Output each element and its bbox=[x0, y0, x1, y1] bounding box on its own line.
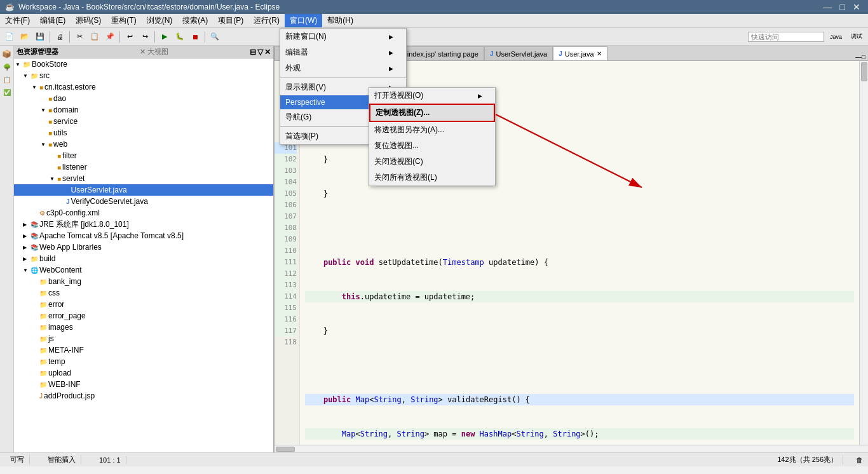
tree-bookstore[interactable]: ▼📁BookStore bbox=[14, 58, 273, 70]
status-gc[interactable]: 🗑 bbox=[856, 456, 863, 464]
toolbar-new[interactable]: 📄 bbox=[3, 30, 17, 44]
tree-tomcat[interactable]: ▶📚Apache Tomcat v8.5 [Apache Tomcat v8.5… bbox=[14, 230, 273, 241]
toolbar-perspective-debug[interactable]: 调试 bbox=[848, 30, 865, 44]
tree-bank-img[interactable]: 📁bank_img bbox=[14, 276, 273, 287]
tab-minimize[interactable]: — bbox=[855, 53, 862, 60]
tree-web[interactable]: ▼■web bbox=[14, 139, 273, 150]
perspective-reset[interactable]: 复位透视图... bbox=[369, 138, 495, 154]
perspective-customize[interactable]: 定制透视图(Z)... bbox=[369, 104, 495, 122]
toolbar-print[interactable]: 🖨 bbox=[53, 30, 67, 44]
toolbar-sep-5 bbox=[205, 31, 205, 43]
tree-servlet[interactable]: ▼■servlet bbox=[14, 173, 273, 184]
tab-maximize[interactable]: □ bbox=[862, 53, 865, 60]
menu-sep-1 bbox=[280, 78, 406, 78]
toolbar-copy[interactable]: 📋 bbox=[88, 30, 102, 44]
quick-access-input[interactable] bbox=[748, 32, 824, 42]
tree-src[interactable]: ▼📁src bbox=[14, 70, 273, 81]
menu-source[interactable]: 源码(S) bbox=[71, 14, 106, 27]
toolbar-debug[interactable]: 🐛 bbox=[173, 30, 187, 44]
menu-run[interactable]: 运行(R) bbox=[248, 14, 285, 27]
menu-help[interactable]: 帮助(H) bbox=[322, 14, 358, 27]
title-left: ☕ Workspace - Java - BookStore/src/cn/it… bbox=[5, 3, 280, 11]
toolbar-cut[interactable]: ✂ bbox=[72, 30, 86, 44]
perspective-close-all[interactable]: 关闭所有透视图(L) bbox=[369, 170, 495, 186]
tree-error-page[interactable]: 📁error_page bbox=[14, 310, 273, 322]
tree-service[interactable]: ■service bbox=[14, 116, 273, 127]
tree-images[interactable]: 📁images bbox=[14, 322, 273, 333]
menu-new-window[interactable]: 新建窗口(N) bbox=[280, 29, 406, 44]
pe-controls[interactable]: ⊟ ▽ ✕ bbox=[250, 48, 271, 57]
perspective-open[interactable]: 打开透视图(O)▶ bbox=[369, 88, 495, 104]
tree-css[interactable]: 📁css bbox=[14, 287, 273, 299]
maximize-button[interactable]: □ bbox=[837, 2, 848, 12]
scrollbar-thumb[interactable] bbox=[861, 62, 867, 81]
side-icon-hierarchy[interactable]: 🌳 bbox=[1, 61, 13, 72]
left-sidebar-icons: 📦 🌳 📋 ✅ bbox=[0, 46, 14, 452]
menu-navigate[interactable]: 浏览(N) bbox=[142, 14, 178, 27]
package-explorer-tree: ▼📁BookStore ▼📁src ▼■cn.itcast.estore ■da… bbox=[14, 58, 273, 452]
menu-edit[interactable]: 编辑(E) bbox=[35, 14, 71, 27]
tree-upload[interactable]: 📁upload bbox=[14, 367, 273, 379]
menu-search[interactable]: 搜索(A) bbox=[177, 14, 213, 27]
perspective-save-as[interactable]: 将透视图另存为(A)... bbox=[369, 122, 495, 138]
tree-utils[interactable]: ■utils bbox=[14, 127, 273, 139]
tab-userjava-close[interactable]: ✕ bbox=[597, 50, 602, 57]
toolbar-redo[interactable]: ↪ bbox=[138, 30, 152, 44]
status-bar: 可写 智能插入 101 : 1 142兆（共 256兆） 🗑 bbox=[0, 452, 868, 466]
pe-menu[interactable]: ▽ bbox=[257, 48, 263, 57]
toolbar-sep-2 bbox=[69, 31, 70, 43]
tree-userservlet[interactable]: JUserServlet.java bbox=[14, 184, 273, 196]
toolbar-undo[interactable]: ↩ bbox=[123, 30, 137, 44]
tree-add-product[interactable]: JaddProduct.jsp bbox=[14, 390, 273, 402]
toolbar-open[interactable]: 📂 bbox=[18, 30, 32, 44]
tree-web-inf[interactable]: 📁WEB-INF bbox=[14, 379, 273, 390]
toolbar-run[interactable]: ▶ bbox=[158, 30, 172, 44]
close-button[interactable]: ✕ bbox=[850, 2, 863, 12]
menu-editor[interactable]: 编辑器 bbox=[280, 44, 406, 60]
tree-c3p0[interactable]: ⚙c3p0-config.xml bbox=[14, 207, 273, 219]
menu-window[interactable]: 窗口(W) bbox=[285, 14, 322, 27]
menu-file[interactable]: 文件(F) bbox=[0, 14, 35, 27]
tab-userjava-icon: J bbox=[559, 50, 562, 57]
tab-userservlet[interactable]: J UserServlet.java bbox=[484, 46, 553, 60]
toolbar-sep-3 bbox=[119, 31, 120, 43]
toolbar-sep-1 bbox=[50, 31, 50, 43]
tree-js[interactable]: 📁js bbox=[14, 333, 273, 344]
tree-filter[interactable]: ■filter bbox=[14, 150, 273, 161]
toolbar-stop[interactable]: ⏹ bbox=[188, 30, 202, 44]
tree-error[interactable]: 📁error bbox=[14, 299, 273, 310]
perspective-close[interactable]: 关闭透视图(C) bbox=[369, 154, 495, 170]
tree-webapp-lib[interactable]: ▶📚Web App Libraries bbox=[14, 241, 273, 253]
pe-close[interactable]: ✕ bbox=[264, 48, 271, 57]
toolbar-right: Java 调试 bbox=[748, 30, 865, 44]
toolbar-perspective-java[interactable]: Java bbox=[827, 30, 845, 44]
minimize-button[interactable]: — bbox=[821, 2, 835, 12]
menu-appearance[interactable]: 外观 bbox=[280, 60, 406, 76]
tree-temp[interactable]: 📁temp bbox=[14, 356, 273, 367]
pe-collapse[interactable]: ⊟ bbox=[250, 48, 256, 57]
title-controls[interactable]: — □ ✕ bbox=[821, 2, 863, 12]
side-icon-outline[interactable]: 📋 bbox=[1, 74, 13, 85]
tree-listener[interactable]: ■listener bbox=[14, 161, 273, 173]
tree-jre[interactable]: ▶📚JRE 系统库 [jdk1.8.0_101] bbox=[14, 219, 273, 230]
menu-refactor[interactable]: 重构(T) bbox=[106, 14, 141, 27]
status-position: 101 : 1 bbox=[94, 456, 126, 464]
side-icon-packages[interactable]: 📦 bbox=[1, 48, 13, 60]
tree-dao[interactable]: ■dao bbox=[14, 93, 273, 104]
tab-user-java[interactable]: J User.java ✕ bbox=[553, 46, 607, 60]
toolbar-search[interactable]: 🔍 bbox=[208, 30, 222, 44]
tree-build[interactable]: ▶📁build bbox=[14, 253, 273, 264]
toolbar-save[interactable]: 💾 bbox=[33, 30, 47, 44]
perspective-submenu: 打开透视图(O)▶ 定制透视图(Z)... 将透视图另存为(A)... 复位透视… bbox=[369, 87, 496, 186]
hscrollbar-thumb[interactable] bbox=[276, 447, 295, 452]
toolbar: 📄 📂 💾 🖨 ✂ 📋 📌 ↩ ↪ ▶ 🐛 ⏹ 🔍 Java 调试 bbox=[0, 28, 868, 46]
tree-meta-inf[interactable]: 📁META-INF bbox=[14, 344, 273, 356]
tree-domain[interactable]: ▼■domain bbox=[14, 104, 273, 116]
side-icon-tasks[interactable]: ✅ bbox=[1, 86, 13, 98]
tree-webcontent[interactable]: ▼🌐WebContent bbox=[14, 264, 273, 276]
toolbar-paste[interactable]: 📌 bbox=[103, 30, 117, 44]
pe-title: 包资源管理器 bbox=[17, 47, 58, 57]
tree-verifycode[interactable]: JVerifyCodeServlet.java bbox=[14, 196, 273, 207]
menu-project[interactable]: 项目(P) bbox=[213, 14, 248, 27]
tree-cn-itcast-estore[interactable]: ▼■cn.itcast.estore bbox=[14, 81, 273, 93]
